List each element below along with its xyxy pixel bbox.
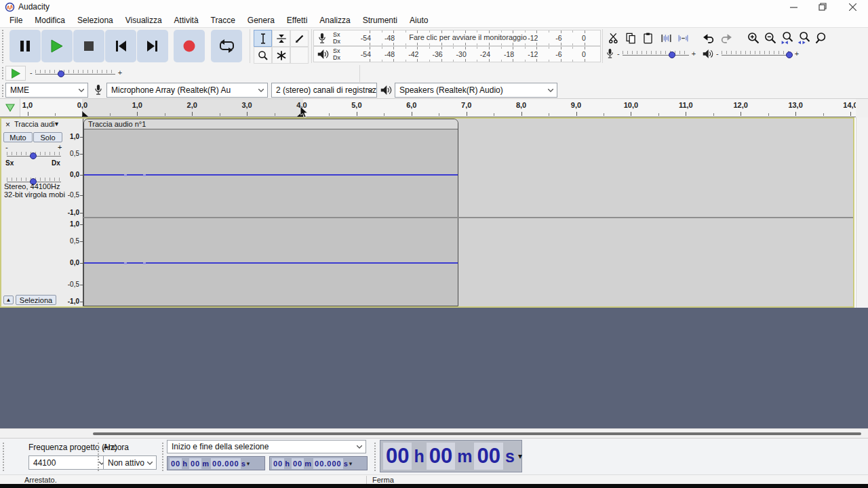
- slider-thumb[interactable]: [669, 52, 675, 58]
- play-volume-slider[interactable]: [722, 49, 792, 58]
- playspeed-toolbar-grip[interactable]: [1, 66, 4, 80]
- maximize-icon[interactable]: [811, 0, 834, 14]
- track-menu-arrow-icon[interactable]: ▼: [54, 121, 60, 127]
- time-segment[interactable]: 00.000: [211, 458, 241, 469]
- play-at-speed-button[interactable]: [5, 66, 26, 81]
- draw-tool-button[interactable]: [290, 30, 309, 47]
- time-segment[interactable]: 00: [189, 458, 201, 469]
- minimize-icon[interactable]: [782, 0, 805, 14]
- time-segment[interactable]: s: [504, 443, 516, 470]
- slider-thumb[interactable]: [30, 152, 37, 159]
- close-icon[interactable]: [841, 0, 864, 14]
- big-time-display[interactable]: 00h00m00s▾: [380, 440, 522, 472]
- menu-item-visualizza[interactable]: Visualizza: [119, 14, 168, 26]
- envelope-tool-button[interactable]: [272, 30, 290, 47]
- menu-item-aiuto[interactable]: Aiuto: [403, 14, 434, 26]
- mute-button[interactable]: Muto: [3, 132, 33, 142]
- time-segment[interactable]: 00: [292, 458, 304, 469]
- time-segment[interactable]: 00: [383, 443, 412, 470]
- menu-item-effetti[interactable]: Effetti: [281, 14, 313, 26]
- play-speed-slider[interactable]: [35, 68, 115, 77]
- selection-end-time[interactable]: 00h00m00.000s▾: [269, 456, 368, 470]
- trim-audio-button[interactable]: [658, 30, 675, 46]
- gain-slider[interactable]: [7, 150, 61, 159]
- selection-start-time[interactable]: 00h00m00.000s▾: [167, 456, 265, 470]
- time-segment[interactable]: 00.000: [313, 458, 343, 469]
- skip-to-start-button[interactable]: [105, 30, 136, 62]
- menu-item-strumenti[interactable]: Strumenti: [357, 14, 403, 26]
- loop-button[interactable]: [211, 30, 242, 62]
- pause-button[interactable]: [9, 30, 41, 62]
- monitoring-hint[interactable]: Fare clic per avviare il monitoraggio: [403, 33, 532, 41]
- slider-thumb[interactable]: [786, 52, 793, 58]
- stop-button[interactable]: [73, 30, 104, 62]
- zoom-toggle-button[interactable]: [812, 30, 829, 46]
- dropdown-arrow-icon[interactable]: ▾: [247, 460, 250, 467]
- time-segment[interactable]: m: [456, 443, 473, 470]
- menu-item-tracce[interactable]: Tracce: [205, 14, 241, 26]
- audio-clip[interactable]: Traccia audio n°1: [83, 119, 458, 306]
- recording-channels-select[interactable]: 2 (stereo) canali di registrazi: [271, 83, 377, 98]
- cut-button[interactable]: [606, 30, 623, 46]
- playback-meter[interactable]: SxDx -54-48-42-36-30-24-18-12-60: [313, 46, 601, 62]
- horizontal-scrollbar[interactable]: [0, 428, 868, 438]
- record-button[interactable]: [174, 30, 205, 62]
- menu-item-file[interactable]: File: [3, 14, 28, 26]
- toolbar-grip[interactable]: [374, 442, 376, 472]
- menu-item-genera[interactable]: Genera: [241, 14, 281, 26]
- time-segment[interactable]: 00: [170, 458, 182, 469]
- clip-title[interactable]: Traccia audio n°1: [84, 119, 458, 129]
- selection-tool-button[interactable]: [254, 30, 272, 47]
- solo-button[interactable]: Solo: [33, 132, 62, 142]
- transport-toolbar-grip[interactable]: [1, 29, 4, 63]
- copy-button[interactable]: [623, 30, 639, 46]
- audio-host-select[interactable]: MME: [5, 83, 88, 98]
- menu-item-attività[interactable]: Attività: [168, 14, 205, 26]
- time-segment[interactable]: s: [343, 458, 349, 469]
- time-segment[interactable]: s: [241, 458, 246, 469]
- time-segment[interactable]: m: [201, 458, 210, 469]
- record-volume-slider[interactable]: [623, 49, 689, 58]
- zoom-fit-project-button[interactable]: [795, 30, 812, 46]
- track-menu-title[interactable]: Traccia audi: [14, 120, 55, 128]
- toolbar-grip[interactable]: [97, 442, 100, 472]
- multi-tool-button[interactable]: [272, 47, 290, 64]
- zoom-selection-button[interactable]: [778, 30, 795, 46]
- menu-item-seleziona[interactable]: Seleziona: [71, 14, 119, 26]
- time-segment[interactable]: h: [284, 458, 290, 469]
- time-segment[interactable]: 00: [474, 443, 502, 470]
- vertical-scrollbar[interactable]: [856, 117, 868, 308]
- zoom-in-button[interactable]: [745, 30, 762, 46]
- silence-audio-button[interactable]: [675, 30, 692, 46]
- recording-device-select[interactable]: Microphone Array (Realtek(R) Au: [106, 83, 268, 98]
- undo-button[interactable]: [700, 30, 717, 46]
- channel-divider[interactable]: [83, 217, 853, 218]
- zoom-out-button[interactable]: [762, 30, 778, 46]
- snap-select[interactable]: Non attivo: [103, 455, 157, 470]
- selection-mode-select[interactable]: Inizio e fine della selezione: [167, 440, 366, 453]
- selection-toolbar-grip[interactable]: [2, 442, 5, 472]
- toolbar-grip[interactable]: [161, 442, 164, 472]
- time-segment[interactable]: 00: [427, 443, 455, 470]
- play-button[interactable]: [41, 30, 73, 62]
- time-segment[interactable]: m: [304, 458, 312, 469]
- track-close-button[interactable]: ×: [3, 120, 12, 129]
- redo-button[interactable]: [717, 30, 734, 46]
- track-collapse-button[interactable]: ▲: [3, 296, 14, 304]
- dropdown-arrow-icon[interactable]: ▾: [349, 460, 353, 467]
- slider-thumb[interactable]: [58, 70, 64, 77]
- playback-device-select[interactable]: Speakers (Realtek(R) Audio): [395, 83, 557, 98]
- recording-meter[interactable]: SxDx -54-48-12-60Fare clic per avviare i…: [313, 30, 601, 46]
- time-segment[interactable]: h: [182, 458, 188, 469]
- menu-item-modifica[interactable]: Modifica: [28, 14, 71, 26]
- waveform-area[interactable]: Traccia audio n°1: [83, 119, 853, 306]
- skip-to-end-button[interactable]: [137, 30, 168, 62]
- paste-button[interactable]: [639, 30, 656, 46]
- time-segment[interactable]: h: [412, 443, 425, 470]
- dropdown-arrow-icon[interactable]: ▾: [518, 451, 522, 461]
- menu-item-analizza[interactable]: Analizza: [313, 14, 356, 26]
- timeline-ruler[interactable]: 1,00,01,02,03,04,05,06,07,08,09,010,011,…: [0, 99, 856, 117]
- time-segment[interactable]: 00: [272, 458, 284, 469]
- zoom-tool-button[interactable]: [254, 47, 272, 64]
- scrollbar-thumb[interactable]: [93, 432, 861, 435]
